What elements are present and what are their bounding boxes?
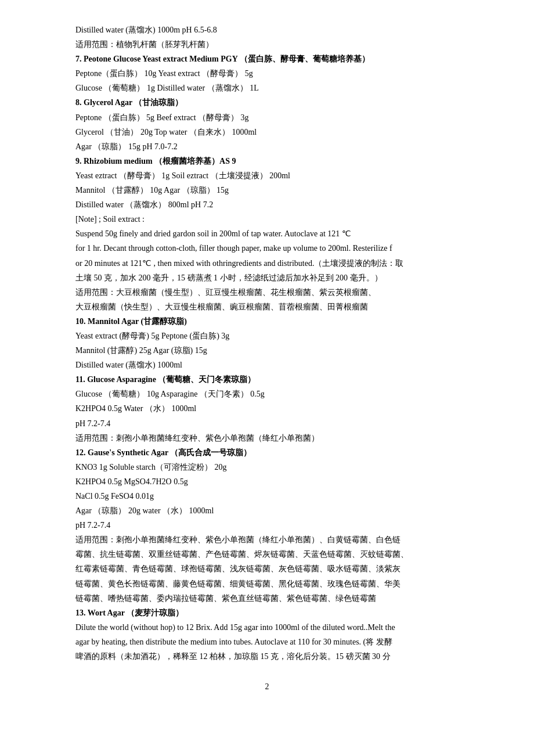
line27: KNO3 1g Soluble starch（可溶性淀粉） 20g [75,460,459,474]
line17: 10. Mannitol Agar (甘露醇琼脂) [75,315,459,328]
line16: 大豆根瘤菌（快生型）、大豆慢生根瘤菌、豌豆根瘤菌、苜蓿根瘤菌、田菁根瘤菌 [75,300,459,314]
line14b: Suspend 50g finely and dried gardon soil… [75,227,459,240]
line29: NaCl 0.5g FeSO4 0.01g [75,489,459,503]
line7: Peptone （蛋白胨） 5g Beef extract （酵母膏） 3g [75,111,459,124]
line23: K2HPO4 0.5g Water （水） 1000ml [75,402,459,415]
line39: agar by heating, then distribute the med… [75,635,459,649]
line1: Distilled water (蒸馏水) 1000m pH 6.5-6.8 [75,23,459,37]
line10: 9. Rhizobium medium （根瘤菌培养基）AS 9 [75,154,459,168]
line34: 红霉素链霉菌、青色链霉菌、球孢链霉菌、浅灰链霉菌、灰色链霉菌、吸水链霉菌、淡紫灰 [75,562,459,575]
line32: 适用范围：刺孢小单孢菌绛红变种、紫色小单孢菌（绛红小单孢菌）、白黄链霉菌、白色链 [75,533,459,546]
line14c: for 1 hr. Decant through cotton-cloth, f… [75,242,459,255]
line19: Mannitol (甘露醇) 25g Agar (琼脂) 15g [75,344,459,357]
line22: Glucose （葡萄糖） 10g Asparagine （天门冬素） 0.5g [75,387,459,401]
line14e: 土壤 50 克，加水 200 毫升，15 磅蒸煮 1 小时，经滤纸过滤后加水补足… [75,271,459,285]
line9: Agar （琼脂） 15g pH 7.0-7.2 [75,140,459,153]
line6: 8. Glycerol Agar （甘油琼脂） [75,96,459,109]
line37: 13. Wort Agar （麦芽汁琼脂） [75,606,459,620]
line21: 11. Glucose Asparagine （葡萄糖、天门冬素琼脂） [75,373,459,386]
line5: Glucose （葡萄糖） 1g Distilled water （蒸馏水） 1… [75,81,459,95]
line24: pH 7.2-7.4 [75,417,459,430]
line12: Mannitol （甘露醇） 10g Agar （琼脂） 15g [75,183,459,197]
line35: 链霉菌、黄色长孢链霉菌、藤黄色链霉菌、细黄链霉菌、黑化链霉菌、玫瑰色链霉菌、华美 [75,577,459,591]
line25: 适用范围：刺孢小单孢菌绛红变种、紫色小单孢菌（绛红小单孢菌） [75,431,459,445]
line20: Distilled water (蒸馏水) 1000ml [75,358,459,372]
line14a: [Note] ; Soil extract : [75,213,459,226]
page-number: 2 [75,681,459,693]
line8: Glycerol （甘油） 20g Top water （自来水） 1000ml [75,125,459,139]
line15: 适用范围：大豆根瘤菌（慢生型）、豇豆慢生根瘤菌、花生根瘤菌、紫云英根瘤菌、 [75,286,459,299]
line28: K2HPO4 0.5g MgSO4.7H2O 0.5g [75,475,459,488]
line38: Dilute the world (without hop) to 12 Bri… [75,621,459,634]
line14d: or 20 minutes at 121℃ , then mixed with … [75,257,459,270]
line30: Agar （琼脂） 20g water （水） 1000ml [75,504,459,517]
line2: 适用范围：植物乳杆菌（胚芽乳杆菌） [75,38,459,51]
content-area: Distilled water (蒸馏水) 1000m pH 6.5-6.8 适… [75,23,459,694]
line11: Yeast eztract （酵母膏） 1g Soil eztract （土壤浸… [75,169,459,182]
line36: 链霉菌、嗜热链霉菌、委内瑞拉链霉菌、紫色直丝链霉菌、紫色链霉菌、绿色链霉菌 [75,592,459,605]
line3: 7. Peotone Glucose Yeast extract Medium … [75,52,459,66]
page: Distilled water (蒸馏水) 1000m pH 6.5-6.8 适… [0,0,534,756]
line40: 啤酒的原料（未加酒花），稀释至 12 柏林，加琼脂 15 克，溶化后分装。15 … [75,650,459,663]
line4: Peptone（蛋白胨） 10g Yeast extract （酵母膏） 5g [75,67,459,80]
line26: 12. Gause's Synthetic Agar （高氏合成一号琼脂） [75,446,459,459]
line18: Yeast extract (酵母膏) 5g Peptone (蛋白胨) 3g [75,329,459,343]
line13: Distilled water （蒸馏水） 800ml pH 7.2 [75,198,459,211]
line31: pH 7.2-7.4 [75,519,459,532]
line33: 霉菌、抗生链霉菌、双重丝链霉菌、产色链霉菌、烬灰链霉菌、天蓝色链霉菌、灭蚊链霉菌… [75,548,459,561]
